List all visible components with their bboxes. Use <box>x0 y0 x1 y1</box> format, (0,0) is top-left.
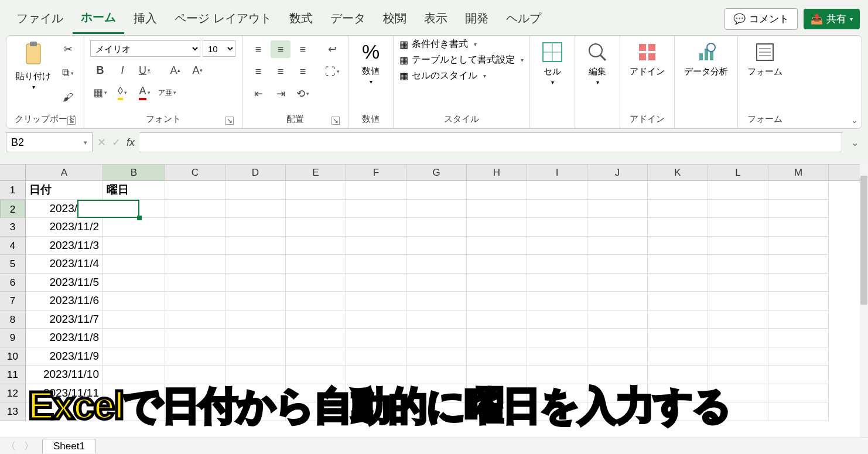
formula-input[interactable] <box>139 132 842 152</box>
cell[interactable] <box>103 347 165 366</box>
cell[interactable] <box>165 310 225 329</box>
column-header-D[interactable]: D <box>225 165 286 180</box>
cancel-formula-icon[interactable]: ✕ <box>97 136 106 149</box>
cell[interactable] <box>708 181 768 200</box>
column-header-J[interactable]: J <box>587 165 648 180</box>
comments-button[interactable]: 💬 コメント <box>725 8 798 30</box>
tab-review[interactable]: 校閲 <box>375 5 415 33</box>
cell[interactable] <box>286 237 346 255</box>
cell[interactable] <box>467 274 527 292</box>
cell[interactable] <box>708 274 768 292</box>
wrap-text-button[interactable]: ↩ <box>322 40 342 58</box>
row-header-12[interactable]: 12 <box>0 384 25 403</box>
cell[interactable] <box>103 237 165 255</box>
row-header-13[interactable]: 13 <box>0 402 25 421</box>
cell[interactable] <box>648 347 708 366</box>
column-header-G[interactable]: G <box>406 165 467 180</box>
cell[interactable] <box>467 329 527 347</box>
cell[interactable] <box>225 292 286 310</box>
cell[interactable] <box>346 255 406 274</box>
cell[interactable] <box>165 255 225 274</box>
cell[interactable] <box>467 237 527 255</box>
row-header-4[interactable]: 4 <box>0 237 25 255</box>
cell[interactable]: 2023/11/5 <box>26 274 103 292</box>
tab-file[interactable]: ファイル <box>8 5 71 33</box>
cell[interactable] <box>346 310 406 329</box>
cell[interactable] <box>648 274 708 292</box>
collapse-ribbon-button[interactable]: ⌄ <box>851 115 858 125</box>
cell[interactable] <box>406 292 467 310</box>
form-button[interactable]: フォーム <box>744 38 786 78</box>
cell[interactable] <box>708 310 768 329</box>
tab-page-layout[interactable]: ページ レイアウト <box>166 5 280 33</box>
cell[interactable]: 2023/11/7 <box>26 310 103 329</box>
bold-button[interactable]: B <box>90 62 110 79</box>
cell[interactable] <box>103 329 165 347</box>
cell[interactable] <box>527 310 587 329</box>
share-button[interactable]: 📤 共有 ▾ <box>804 9 860 29</box>
cell[interactable] <box>708 218 768 237</box>
cell[interactable] <box>768 255 829 274</box>
select-all-corner[interactable] <box>0 165 26 181</box>
row-header-2[interactable]: 2 <box>0 200 25 219</box>
column-header-H[interactable]: H <box>467 165 527 180</box>
cell[interactable] <box>406 274 467 292</box>
scrollbar-thumb[interactable] <box>860 176 867 305</box>
cell[interactable] <box>527 292 587 310</box>
cell[interactable] <box>467 200 527 219</box>
column-header-E[interactable]: E <box>286 165 346 180</box>
column-header-K[interactable]: K <box>648 165 708 180</box>
cell[interactable] <box>768 384 829 403</box>
tab-developer[interactable]: 開発 <box>457 5 497 33</box>
cell[interactable] <box>768 292 829 310</box>
cell[interactable] <box>467 292 527 310</box>
merge-button[interactable]: ⛶ <box>322 63 342 80</box>
cell[interactable] <box>467 218 527 237</box>
cell[interactable] <box>587 347 648 366</box>
row-header-7[interactable]: 7 <box>0 292 25 310</box>
row-header-9[interactable]: 9 <box>0 329 25 347</box>
cell[interactable] <box>648 218 708 237</box>
cell[interactable] <box>587 310 648 329</box>
cell[interactable] <box>165 200 225 219</box>
format-painter-button[interactable]: 🖌 <box>58 88 78 106</box>
cell[interactable]: 2023/11/3 <box>26 237 103 255</box>
cell[interactable] <box>527 329 587 347</box>
cell[interactable] <box>103 274 165 292</box>
clipboard-launcher[interactable]: ↘ <box>67 117 76 125</box>
cell[interactable] <box>587 274 648 292</box>
cell[interactable] <box>346 329 406 347</box>
fill-handle[interactable] <box>137 216 142 220</box>
cell[interactable] <box>406 218 467 237</box>
orientation-button[interactable]: ⟲ <box>293 85 313 103</box>
cell[interactable] <box>648 237 708 255</box>
cell[interactable] <box>587 218 648 237</box>
cell[interactable] <box>225 218 286 237</box>
cell[interactable] <box>103 218 165 237</box>
cell[interactable]: 2023/11/8 <box>26 329 103 347</box>
cell[interactable] <box>286 347 346 366</box>
cell[interactable] <box>527 237 587 255</box>
cell-styles-button[interactable]: ▦セルのスタイル <box>399 70 524 82</box>
cell[interactable] <box>467 255 527 274</box>
cell[interactable]: 曜日 <box>103 181 165 200</box>
cell[interactable]: 2023/11/2 <box>26 218 103 237</box>
cell[interactable] <box>225 274 286 292</box>
cell[interactable] <box>286 274 346 292</box>
conditional-formatting-button[interactable]: ▦条件付き書式 <box>399 38 524 50</box>
expand-formula-bar-button[interactable]: ⌄ <box>847 137 862 148</box>
cell[interactable] <box>527 347 587 366</box>
cell[interactable] <box>346 237 406 255</box>
cell[interactable] <box>708 200 768 219</box>
enter-formula-icon[interactable]: ✓ <box>112 136 121 149</box>
cell[interactable] <box>768 237 829 255</box>
row-header-11[interactable]: 11 <box>0 366 25 384</box>
cell[interactable] <box>225 255 286 274</box>
fill-color-button[interactable]: ◊ <box>112 84 132 101</box>
cell[interactable] <box>768 200 829 219</box>
cell[interactable] <box>406 200 467 219</box>
cell[interactable] <box>587 181 648 200</box>
cell[interactable]: 日付 <box>26 181 103 200</box>
cell[interactable] <box>225 200 286 219</box>
column-header-A[interactable]: A <box>26 165 103 180</box>
